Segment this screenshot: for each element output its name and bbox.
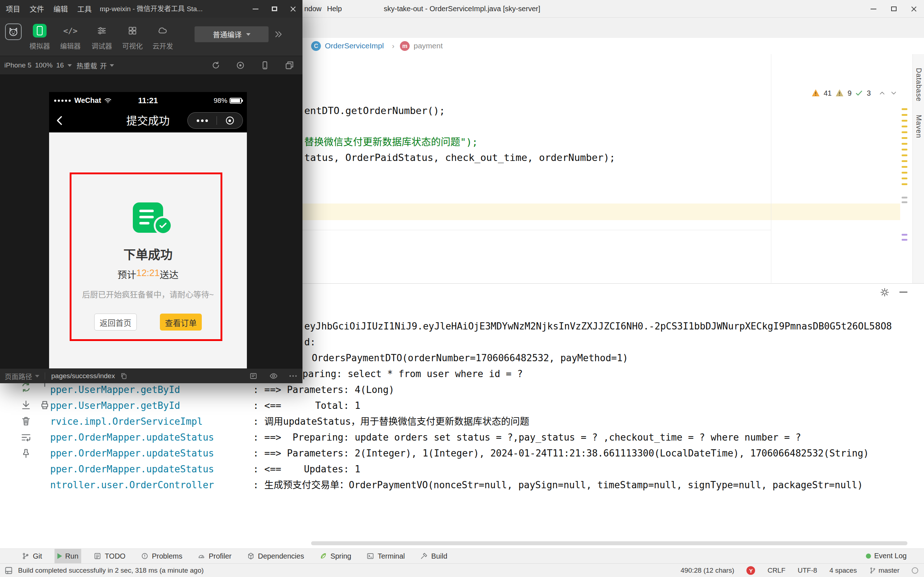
phone-screen: WeChat 11:21 98% 提交成功 (49, 92, 247, 368)
menu-project[interactable]: 项目 (6, 3, 20, 14)
encoding-indicator[interactable]: UTF-8 (798, 567, 817, 574)
toolwindow-tab-todo[interactable]: TODO (90, 549, 128, 564)
toolwindow-tab-terminal[interactable]: Terminal (363, 549, 408, 564)
prev-problem-icon[interactable] (878, 89, 886, 97)
console-hide-icon[interactable] (900, 292, 907, 293)
refresh-icon[interactable] (211, 60, 221, 70)
minimize-button[interactable] (246, 0, 265, 18)
pin-icon[interactable] (20, 448, 32, 459)
view-order-button[interactable]: 查看订单 (160, 314, 202, 330)
spring-leaf-icon (319, 552, 327, 560)
git-branch-icon (22, 552, 30, 560)
build-hammer-icon (420, 552, 428, 560)
page-path-dropdown[interactable]: 页面路径 (5, 369, 39, 383)
menu-file[interactable]: 文件 (30, 3, 44, 14)
close-button[interactable] (904, 0, 924, 18)
background-task-icon[interactable] (912, 567, 918, 574)
code-line: entDTO.getOrderNumber(); (304, 105, 445, 116)
breadcrumb-class[interactable]: OrderServiceImpl (325, 41, 384, 51)
margin-guide (771, 54, 771, 283)
scroll-to-end-icon[interactable] (20, 399, 32, 411)
menu-tools[interactable]: 工具 (77, 3, 92, 14)
eye-icon[interactable] (269, 372, 278, 380)
device-selector[interactable]: iPhone 5 100% 16 (4, 56, 72, 74)
wechat-window-controls (246, 0, 302, 18)
more-menu-icon[interactable] (197, 119, 208, 122)
device-preview-icon[interactable] (260, 60, 270, 70)
menu-overflow[interactable]: … (101, 5, 108, 13)
git-branch-widget[interactable]: master (869, 567, 900, 574)
more-tools-icon[interactable] (273, 29, 283, 39)
compile-mode-dropdown[interactable]: 普通编译 (195, 26, 269, 42)
console-line: pper.OrderMapper.updateStatus: ==> Prepa… (50, 429, 909, 445)
console-logger: rvice.impl.OrderServiceImpl (50, 414, 253, 429)
hot-reload-toggle[interactable]: 热重载 开 (76, 56, 114, 74)
toolwindow-tab-maven[interactable]: Maven (914, 115, 923, 138)
tab-editor[interactable]: </> 编辑器 (55, 21, 86, 55)
toolwindow-tab-spring[interactable]: Spring (316, 549, 354, 564)
toolwindow-switcher-icon[interactable] (4, 566, 13, 575)
event-log-icon (866, 554, 871, 559)
menu-help[interactable]: Help (327, 0, 342, 18)
weak-warning-icon (835, 89, 844, 97)
code-icon: </> (63, 21, 77, 40)
copy-path-icon[interactable] (120, 372, 128, 380)
wechat-footer: 页面路径 pages/success/index (0, 368, 302, 383)
back-home-button[interactable]: 返回首页 (94, 314, 137, 330)
menu-edit[interactable]: 编辑 (53, 3, 68, 14)
console-line: pper.OrderMapper.updateStatus: ==> Param… (50, 445, 909, 461)
page-path-value[interactable]: pages/success/index (51, 369, 115, 383)
trash-icon[interactable] (20, 415, 32, 427)
breadcrumb-method[interactable]: payment (414, 41, 443, 51)
tab-cloud-dev[interactable]: 云开发 (147, 21, 178, 55)
maximize-button[interactable] (265, 0, 284, 18)
menu-window[interactable]: ndow (304, 0, 322, 18)
weak-warning-count: 9 (848, 89, 851, 97)
problems-icon (141, 552, 149, 560)
console-logger: pper.OrderMapper.updateStatus (50, 461, 253, 477)
simulator-bar: iPhone 5 100% 16 热重载 开 (0, 56, 302, 74)
soft-wrap-icon[interactable] (20, 432, 32, 443)
caret-position[interactable]: 490:28 (12 chars) (681, 567, 735, 574)
toolwindow-tab-build[interactable]: Build (417, 549, 450, 564)
tab-visualization[interactable]: 可视化 (117, 21, 148, 55)
grid-icon (127, 21, 137, 40)
console-settings-gear-icon[interactable] (880, 287, 890, 297)
toolwindow-tab-problems[interactable]: Problems (138, 549, 185, 564)
chevron-right-icon: › (392, 41, 395, 51)
tab-debugger[interactable]: 调试器 (86, 21, 117, 55)
close-button[interactable] (284, 0, 302, 18)
console-hscrollbar[interactable] (311, 541, 907, 545)
maximize-button[interactable] (884, 0, 904, 18)
console-line: pper.UserMapper.getById: <== Total: 1 (50, 398, 909, 414)
print-icon[interactable] (39, 399, 50, 411)
red-y-plugin-icon[interactable]: Y (747, 566, 755, 575)
tab-simulator[interactable]: 模拟器 (24, 21, 55, 55)
console-logger: pper.UserMapper.getById (50, 382, 253, 398)
detach-window-icon[interactable] (284, 60, 295, 70)
debugger-icon (97, 21, 107, 40)
console-line: rvice.impl.OrderServiceImpl: 调用updateSta… (50, 414, 909, 429)
event-log-button[interactable]: Event Log (863, 548, 909, 563)
toolwindow-tab-git[interactable]: Git (19, 549, 45, 564)
toolwindow-tab-profiler[interactable]: Profiler (195, 549, 234, 564)
success-title: 下单成功 (49, 245, 247, 263)
next-problem-icon[interactable] (890, 89, 898, 97)
profiler-icon (197, 552, 205, 560)
exit-miniprogram-icon[interactable] (226, 116, 234, 124)
toolwindow-tab-database[interactable]: Database (914, 68, 923, 102)
console-line: ntroller.user.OrderController: 生成预支付交易单：… (50, 477, 909, 493)
toolwindow-tab-run[interactable]: Run (55, 549, 82, 564)
battery-percent: 98% (214, 97, 227, 105)
indent-indicator[interactable]: 4 spaces (829, 567, 857, 574)
line-separator-indicator[interactable]: CRLF (768, 567, 785, 574)
record-icon[interactable] (235, 60, 245, 70)
more-icon[interactable] (289, 375, 297, 377)
console-line: pper.UserMapper.getById: ==> Parameters:… (50, 382, 909, 398)
status-message: Build completed successfully in 2 sec, 3… (18, 564, 203, 577)
inspect-icon[interactable] (249, 372, 258, 380)
console-logger: ntroller.user.OrderController (50, 477, 253, 493)
minimize-button[interactable] (863, 0, 884, 18)
inspections-widget[interactable]: 41 9 3 (811, 89, 898, 97)
toolwindow-tab-dependencies[interactable]: Dependencies (244, 549, 307, 564)
